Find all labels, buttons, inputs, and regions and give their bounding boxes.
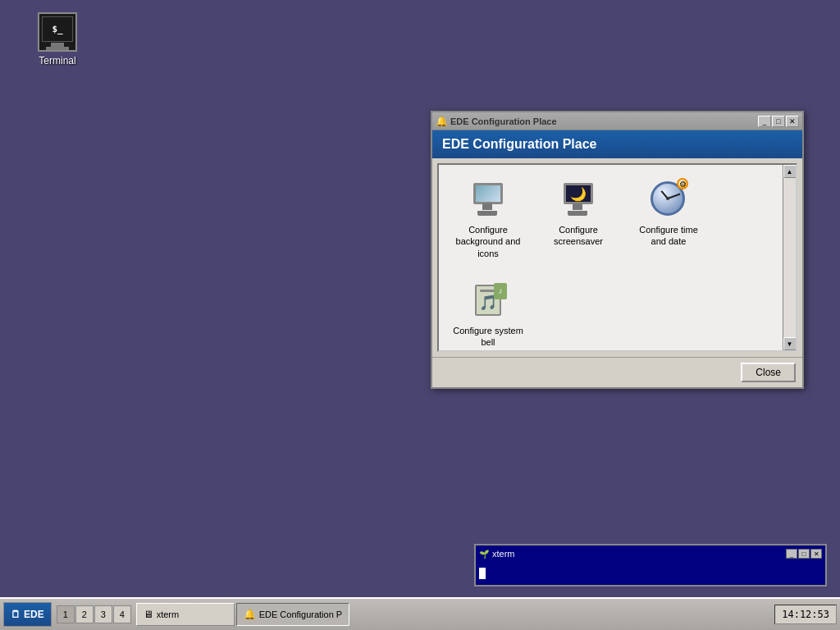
pager-button-4[interactable]: 4 [113, 605, 131, 623]
start-button[interactable]: 🗒 EDE [3, 602, 52, 627]
xterm-close-button[interactable]: ✕ [810, 549, 822, 559]
xterm-taskbar-icon: 🖥 [144, 609, 153, 620]
window-header-title: EDE Configuration Place [442, 137, 596, 151]
configure-bell-icon[interactable]: 🎵 ♪ Configure system bell [447, 274, 529, 352]
taskbar-item-ede-config[interactable]: 🔔 EDE Configuration P [236, 603, 350, 626]
pager-button-1[interactable]: 1 [57, 605, 75, 623]
scroll-down-button[interactable]: ▼ [783, 337, 797, 350]
xterm-window: 🌱 xterm _ □ ✕ [474, 544, 827, 587]
window-titlebar: 🔔 EDE Configuration Place _ □ ✕ [432, 112, 802, 130]
pager-button-3[interactable]: 3 [94, 605, 112, 623]
xterm-cursor [479, 568, 486, 579]
start-icon: 🗒 [11, 609, 21, 620]
configure-bell-label: Configure system bell [450, 325, 526, 349]
configure-time-icon[interactable]: ⚙ Configure time and date [628, 173, 710, 266]
scroll-up-button[interactable]: ▲ [783, 165, 797, 178]
configure-screensaver-icon[interactable]: 🌙 Configure screensaver [537, 173, 619, 266]
configure-background-label: Configure background and icons [450, 224, 526, 259]
scrollbar[interactable]: ▲ ▼ [783, 165, 796, 350]
bell-img: 🎵 ♪ [468, 281, 508, 320]
xterm-taskbar-label: xterm [157, 609, 180, 619]
configure-time-label: Configure time and date [631, 224, 706, 248]
monitor-screensaver-img: 🌙 [559, 180, 598, 219]
window-footer: Close [432, 357, 802, 387]
monitor-background-img [468, 180, 508, 219]
pager-button-2[interactable]: 2 [75, 605, 94, 623]
taskbar-items: 🖥 xterm 🔔 EDE Configuration P [136, 603, 774, 626]
taskbar-item-xterm[interactable]: 🖥 xterm [136, 603, 235, 626]
window-title: EDE Configuration Place [450, 116, 758, 126]
xterm-minimize-button[interactable]: _ [786, 549, 797, 559]
xterm-title: xterm [492, 549, 786, 559]
xterm-maximize-button[interactable]: □ [798, 549, 810, 559]
desktop: $_ Terminal 🔔 EDE Configuration Place _ … [0, 0, 840, 597]
xterm-icon: 🌱 [479, 550, 489, 559]
scroll-track[interactable] [783, 178, 796, 337]
window-icon: 🔔 [436, 116, 447, 127]
maximize-button[interactable]: □ [772, 116, 785, 127]
icon-grid: Configure background and icons 🌙 Configu… [439, 165, 783, 350]
configure-screensaver-label: Configure screensaver [541, 224, 616, 248]
ede-taskbar-icon: 🔔 [244, 609, 256, 620]
terminal-label: Terminal [39, 55, 75, 66]
taskbar: 🗒 EDE 1 2 3 4 🖥 xterm 🔔 EDE Configuratio… [0, 597, 840, 630]
terminal-icon: $_ [38, 12, 77, 52]
close-window-button[interactable]: ✕ [786, 116, 799, 127]
taskbar-clock: 14:12:53 [774, 605, 837, 624]
xterm-titlebar: 🌱 xterm _ □ ✕ [476, 546, 825, 562]
desktop-icon-terminal[interactable]: $_ Terminal [25, 12, 90, 66]
xterm-controls: _ □ ✕ [786, 549, 822, 559]
window-body: Configure background and icons 🌙 Configu… [437, 163, 797, 352]
xterm-body[interactable] [476, 562, 825, 585]
clock-img: ⚙ [649, 180, 688, 219]
configure-background-icon[interactable]: Configure background and icons [447, 173, 529, 266]
ede-taskbar-label: EDE Configuration P [259, 609, 343, 619]
minimize-button[interactable]: _ [758, 116, 771, 127]
window-controls: _ □ ✕ [758, 116, 799, 127]
taskbar-pager: 1 2 3 4 [57, 605, 131, 623]
start-label: EDE [24, 609, 44, 620]
ede-config-window: 🔔 EDE Configuration Place _ □ ✕ EDE Conf… [431, 111, 804, 389]
close-button[interactable]: Close [741, 363, 796, 382]
window-header: EDE Configuration Place [432, 130, 802, 158]
